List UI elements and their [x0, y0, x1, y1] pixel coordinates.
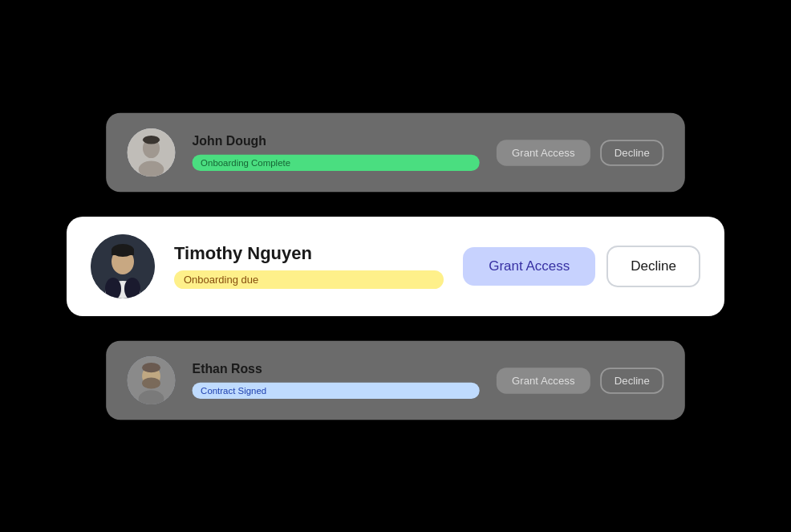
decline-button-timothy-nguyen[interactable]: Decline — [606, 246, 700, 287]
decline-button-john-dough[interactable]: Decline — [600, 139, 663, 165]
svg-rect-10 — [112, 249, 134, 255]
actions-john-dough: Grant Access Decline — [497, 139, 664, 165]
grant-access-button-ethan-ross[interactable]: Grant Access — [497, 367, 590, 393]
user-info-john-dough: John Dough Onboarding Complete — [193, 134, 480, 171]
actions-timothy-nguyen: Grant Access Decline — [463, 246, 700, 287]
user-info-timothy-nguyen: Timothy Nguyen Onboarding due — [174, 243, 444, 289]
user-name-john-dough: John Dough — [193, 134, 480, 148]
status-badge-timothy-nguyen: Onboarding due — [174, 270, 444, 289]
status-badge-john-dough: Onboarding Complete — [193, 154, 480, 170]
user-name-timothy-nguyen: Timothy Nguyen — [174, 243, 444, 264]
avatar-john-dough — [128, 128, 176, 177]
card-ethan-ross: Ethan Ross Contract Signed Grant Access … — [106, 340, 685, 420]
grant-access-button-timothy-nguyen[interactable]: Grant Access — [463, 247, 595, 286]
user-info-ethan-ross: Ethan Ross Contract Signed — [193, 362, 480, 399]
card-timothy-nguyen: Timothy Nguyen Onboarding due Grant Acce… — [67, 217, 724, 316]
avatar-timothy-nguyen — [91, 234, 155, 298]
decline-button-ethan-ross[interactable]: Decline — [600, 367, 663, 393]
grant-access-button-john-dough[interactable]: Grant Access — [497, 139, 590, 165]
card-john-dough: John Dough Onboarding Complete Grant Acc… — [106, 112, 685, 192]
user-name-ethan-ross: Ethan Ross — [193, 362, 480, 376]
avatar-ethan-ross — [128, 356, 176, 404]
actions-ethan-ross: Grant Access Decline — [497, 367, 664, 393]
status-badge-ethan-ross: Contract Signed — [193, 382, 480, 398]
